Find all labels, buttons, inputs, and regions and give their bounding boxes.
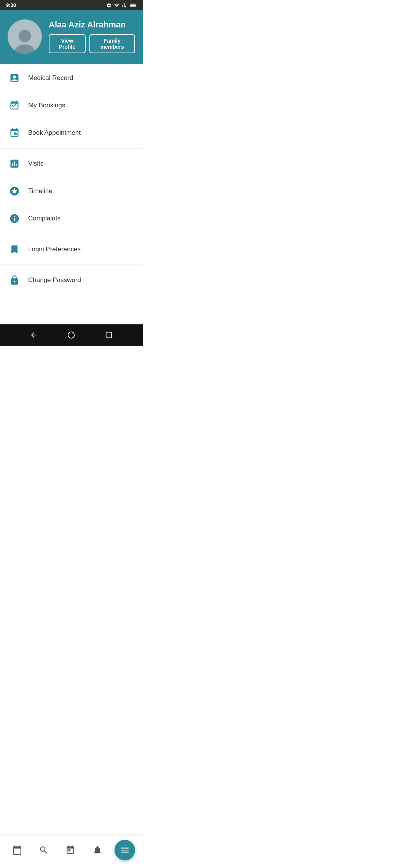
signal-icon — [122, 3, 127, 8]
family-members-button[interactable]: Family members — [89, 34, 135, 53]
calendar-nav-icon — [65, 845, 75, 855]
change-password-label: Change Password — [28, 276, 81, 284]
svg-point-3 — [19, 30, 31, 42]
android-nav-bar — [0, 324, 143, 346]
complaints-label: Complaints — [28, 215, 61, 222]
recents-button[interactable] — [104, 330, 114, 340]
visits-icon — [8, 157, 21, 171]
bell-nav-icon — [92, 845, 102, 855]
nav-notifications[interactable] — [88, 844, 107, 857]
menu-item-change-password[interactable]: Change Password — [0, 266, 143, 294]
avatar — [8, 19, 42, 54]
svg-rect-2 — [130, 4, 135, 6]
view-profile-button[interactable]: View Profile — [49, 34, 86, 53]
menu-item-login-preferences[interactable]: Login Preferences — [0, 236, 143, 263]
home-button[interactable] — [66, 330, 76, 340]
avatar-silhouette-icon — [11, 26, 38, 54]
menu-item-medical-record[interactable]: Medical Record — [0, 64, 143, 92]
divider-2 — [0, 234, 143, 234]
battery-icon — [130, 3, 137, 8]
status-icons — [106, 3, 137, 8]
menu-item-book-appointment[interactable]: Book Appointment — [0, 119, 143, 147]
nav-search[interactable] — [34, 844, 53, 857]
visits-label: Visits — [28, 160, 43, 168]
menu-item-visits[interactable]: Visits — [0, 150, 143, 177]
bookings-nav-icon — [12, 845, 22, 855]
nav-menu-fab[interactable] — [115, 840, 135, 860]
menu-item-complaints[interactable]: Complaints — [0, 205, 143, 232]
my-bookings-label: My Bookings — [28, 102, 65, 109]
book-appointment-label: Book Appointment — [28, 129, 81, 137]
svg-rect-1 — [135, 5, 136, 6]
svg-rect-6 — [106, 332, 112, 338]
user-name: Alaa Aziz Alrahman — [49, 20, 135, 30]
svg-point-5 — [68, 332, 75, 338]
login-preferences-label: Login Preferences — [28, 246, 81, 253]
bookmark-icon — [8, 243, 21, 256]
svg-point-4 — [14, 45, 35, 54]
header-buttons: View Profile Family members — [49, 34, 135, 53]
menu-nav-icon — [120, 845, 130, 855]
profile-header: Alaa Aziz Alrahman View Profile Family m… — [0, 10, 143, 64]
nav-bookings[interactable] — [8, 844, 27, 857]
bottom-nav — [0, 836, 143, 868]
status-bar: 9:38 — [0, 0, 143, 10]
timeline-label: Timeline — [28, 187, 53, 195]
status-time: 9:38 — [6, 2, 16, 8]
nav-calendar[interactable] — [61, 844, 80, 857]
wifi-icon — [114, 3, 120, 8]
header-info: Alaa Aziz Alrahman View Profile Family m… — [49, 20, 135, 53]
back-button[interactable] — [29, 330, 39, 340]
menu-list: Medical Record My Bookings Book Appointm… — [0, 64, 143, 294]
divider-1 — [0, 148, 143, 148]
info-icon — [8, 212, 21, 225]
menu-item-timeline[interactable]: Timeline — [0, 177, 143, 205]
calendar-add-icon — [8, 126, 21, 140]
calendar-check-icon — [8, 99, 21, 112]
menu-item-my-bookings[interactable]: My Bookings — [0, 92, 143, 119]
timeline-icon — [8, 184, 21, 198]
medical-record-icon — [8, 71, 21, 85]
lock-icon — [8, 273, 21, 287]
medical-record-label: Medical Record — [28, 74, 73, 82]
divider-3 — [0, 265, 143, 265]
gear-icon — [106, 3, 112, 8]
search-nav-icon — [39, 845, 49, 855]
